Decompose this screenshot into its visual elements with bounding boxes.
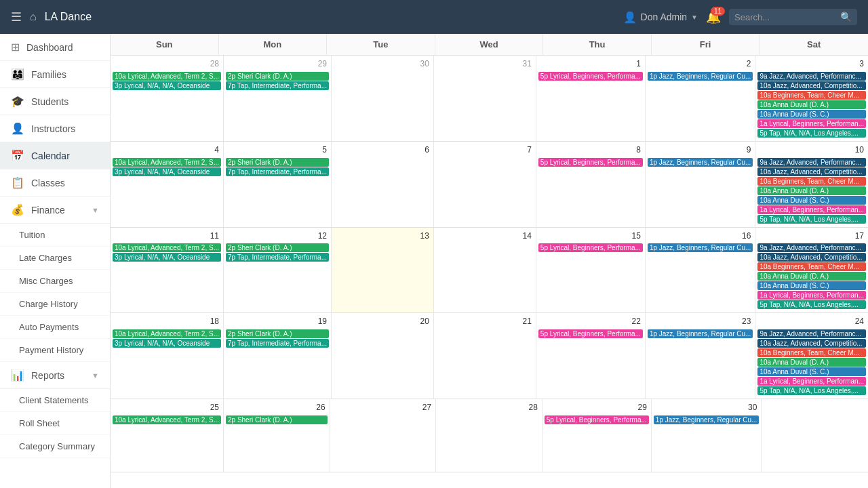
calendar-event[interactable]: 10a Jazz, Advanced, Competitio... [757,81,866,90]
sidebar-item-dashboard[interactable]: ⊞ Dashboard [0,34,110,61]
calendar-event[interactable]: 10a Beginners, Team, Cheer M... [757,91,866,100]
calendar-event[interactable]: 10a Beginners, Team, Cheer M... [757,177,866,186]
calendar-cell[interactable]: 249a Jazz, Advanced, Performanc...10a Ja… [755,313,868,399]
calendar-event[interactable]: 3p Lyrical, N/A, N/A, Oceanside [113,81,221,90]
calendar-event[interactable]: 7p Tap, Intermediate, Performa... [226,167,329,176]
sidebar-item-late-charges[interactable]: Late Charges [0,247,110,270]
calendar-event[interactable]: 1p Jazz, Beginners, Regular Cu... [648,243,753,252]
calendar-event[interactable]: 10a Anna Duval (S. C.) [757,196,866,205]
calendar-cell[interactable]: 30 [332,56,434,141]
calendar-event[interactable]: 1a Lyrical, Beginners, Performan... [757,119,866,128]
calendar-event[interactable]: 5p Lyrical, Beginners, Performa... [538,243,643,252]
calendar-event[interactable]: 10a Beginners, Team, Cheer M... [757,262,866,271]
calendar-cell[interactable]: 28 [436,399,542,472]
calendar-cell[interactable]: 109a Jazz, Advanced, Performanc...10a Ja… [755,142,868,227]
calendar-event[interactable]: 2p Sheri Clark (D. A.) [226,72,329,81]
calendar-cell[interactable]: 52p Sheri Clark (D. A.)7p Tap, Intermedi… [224,142,332,227]
calendar-cell[interactable]: 1810a Lyrical, Advanced, Term 2, S...3p … [111,313,224,399]
calendar-event[interactable]: 10a Jazz, Advanced, Competitio... [757,167,866,176]
calendar-event[interactable]: 10a Anna Duval (S. C.) [757,367,866,376]
calendar-event[interactable]: 1p Jazz, Beginners, Regular Cu... [648,72,753,81]
calendar-cell[interactable]: 2810a Lyrical, Advanced, Term 2, S...3p … [111,56,224,141]
calendar-event[interactable]: 7p Tap, Intermediate, Performa... [226,253,329,262]
calendar-event[interactable]: 2p Sheri Clark (D. A.) [226,243,329,252]
calendar-event[interactable]: 5p Tap, N/A, N/A, Los Angeles,... [757,300,866,309]
calendar-event[interactable]: 5p Lyrical, Beginners, Performa... [538,329,643,338]
user-menu[interactable]: 👤 Don Admin ▼ [623,11,698,24]
calendar-event[interactable]: 5p Lyrical, Beginners, Performa... [545,415,649,424]
calendar-event[interactable]: 10a Beginners, Team, Cheer M... [757,348,866,357]
calendar-cell[interactable]: 21 [434,313,536,399]
calendar-cell[interactable]: 301p Jazz, Beginners, Regular Cu... [652,399,762,472]
calendar-event[interactable]: 10a Anna Duval (S. C.) [757,281,866,290]
calendar-event[interactable]: 10a Lyrical, Advanced, Term 2, S... [113,415,221,424]
calendar-event[interactable]: 3p Lyrical, N/A, N/A, Oceanside [113,339,221,348]
calendar-event[interactable]: 10a Lyrical, Advanced, Term 2, S... [113,158,221,167]
calendar-event[interactable]: 1p Jazz, Beginners, Regular Cu... [654,415,760,424]
calendar-cell[interactable]: 13 [332,228,434,313]
calendar-cell[interactable]: 15p Lyrical, Beginners, Performa... [536,56,646,141]
calendar-cell[interactable]: 231p Jazz, Beginners, Regular Cu... [646,313,756,399]
calendar-event[interactable]: 1a Lyrical, Beginners, Performan... [757,291,866,300]
calendar-event[interactable]: 9a Jazz, Advanced, Performanc... [757,329,866,338]
calendar-cell[interactable] [762,399,868,472]
sidebar-item-calendar[interactable]: 📅 Calendar [0,142,110,169]
calendar-cell[interactable]: 295p Lyrical, Beginners, Performa... [542,399,652,472]
calendar-event[interactable]: 9a Jazz, Advanced, Performanc... [757,158,866,167]
calendar-event[interactable]: 9a Jazz, Advanced, Performanc... [757,72,866,81]
sidebar-item-charge-history[interactable]: Charge History [0,293,110,316]
sidebar-item-students[interactable]: 🎓 Students [0,88,110,115]
calendar-event[interactable]: 7p Tap, Intermediate, Performa... [226,339,329,348]
calendar-event[interactable]: 5p Tap, N/A, N/A, Los Angeles,... [757,215,866,224]
calendar-event[interactable]: 9a Jazz, Advanced, Performanc... [757,243,866,252]
calendar-cell[interactable]: 39a Jazz, Advanced, Performanc...10a Jaz… [755,56,868,141]
sidebar-item-category-summary[interactable]: Category Summary [0,435,110,458]
sidebar-group-reports[interactable]: 📊 Reports ▼ [0,362,110,389]
calendar-event[interactable]: 7p Tap, Intermediate, Performa... [226,81,329,90]
calendar-event[interactable]: 10a Anna Duval (D. A.) [757,186,866,195]
notifications-button[interactable]: 🔔 11 [706,9,721,24]
calendar-cell[interactable]: 31 [434,56,536,141]
calendar-cell[interactable]: 225p Lyrical, Beginners, Performa... [536,313,646,399]
calendar-event[interactable]: 10a Anna Duval (D. A.) [757,100,866,109]
calendar-cell[interactable]: 292p Sheri Clark (D. A.)7p Tap, Intermed… [224,56,332,141]
calendar-cell[interactable]: 155p Lyrical, Beginners, Performa... [536,228,646,313]
calendar-event[interactable]: 10a Lyrical, Advanced, Term 2, S... [113,329,221,338]
calendar-event[interactable]: 1a Lyrical, Beginners, Performan... [757,205,866,214]
sidebar-item-client-statements[interactable]: Client Statements [0,389,110,412]
calendar-cell[interactable]: 1110a Lyrical, Advanced, Term 2, S...3p … [111,228,224,313]
sidebar-item-payment-history[interactable]: Payment History [0,339,110,362]
calendar-cell[interactable]: 85p Lyrical, Beginners, Performa... [536,142,646,227]
calendar-cell[interactable]: 21p Jazz, Beginners, Regular Cu... [646,56,756,141]
calendar-event[interactable]: 10a Anna Duval (D. A.) [757,272,866,281]
calendar-event[interactable]: 10a Jazz, Advanced, Competitio... [757,253,866,262]
calendar-cell[interactable]: 122p Sheri Clark (D. A.)7p Tap, Intermed… [224,228,332,313]
calendar-event[interactable]: 1p Jazz, Beginners, Regular Cu... [648,158,753,167]
sidebar-item-classes[interactable]: 📋 Classes [0,169,110,197]
calendar-event[interactable]: 5p Tap, N/A, N/A, Los Angeles,... [757,386,866,395]
sidebar-item-misc-charges[interactable]: Misc Charges [0,270,110,293]
calendar-cell[interactable]: 262p Sheri Clark (D. A.) [224,399,330,472]
calendar-event[interactable]: 5p Lyrical, Beginners, Performa... [538,72,643,81]
calendar-cell[interactable]: 6 [332,142,434,227]
calendar-cell[interactable]: 91p Jazz, Beginners, Regular Cu... [646,142,756,227]
calendar-cell[interactable]: 161p Jazz, Beginners, Regular Cu... [646,228,756,313]
sidebar-item-families[interactable]: 👨‍👩‍👧 Families [0,61,110,88]
calendar-event[interactable]: 5p Tap, N/A, N/A, Los Angeles,... [757,129,866,138]
calendar-event[interactable]: 3p Lyrical, N/A, N/A, Oceanside [113,253,221,262]
calendar-event[interactable]: 2p Sheri Clark (D. A.) [226,329,329,338]
calendar-event[interactable]: 10a Anna Duval (D. A.) [757,358,866,367]
calendar-cell[interactable]: 192p Sheri Clark (D. A.)7p Tap, Intermed… [224,313,332,399]
calendar-cell[interactable]: 410a Lyrical, Advanced, Term 2, S...3p L… [111,142,224,227]
calendar-event[interactable]: 10a Lyrical, Advanced, Term 2, S... [113,72,221,81]
calendar-event[interactable]: 10a Lyrical, Advanced, Term 2, S... [113,243,221,252]
calendar-cell[interactable]: 20 [332,313,434,399]
sidebar-group-finance[interactable]: 💰 Finance ▼ [0,197,110,224]
calendar-event[interactable]: 1a Lyrical, Beginners, Performan... [757,377,866,386]
search-icon[interactable]: 🔍 [840,12,852,22]
sidebar-item-instructors[interactable]: 👤 Instructors [0,115,110,142]
calendar-cell[interactable]: 14 [434,228,536,313]
calendar-cell[interactable]: 179a Jazz, Advanced, Performanc...10a Ja… [755,228,868,313]
calendar-cell[interactable]: 2510a Lyrical, Advanced, Term 2, S... [111,399,224,472]
calendar-event[interactable]: 10a Jazz, Advanced, Competitio... [757,339,866,348]
